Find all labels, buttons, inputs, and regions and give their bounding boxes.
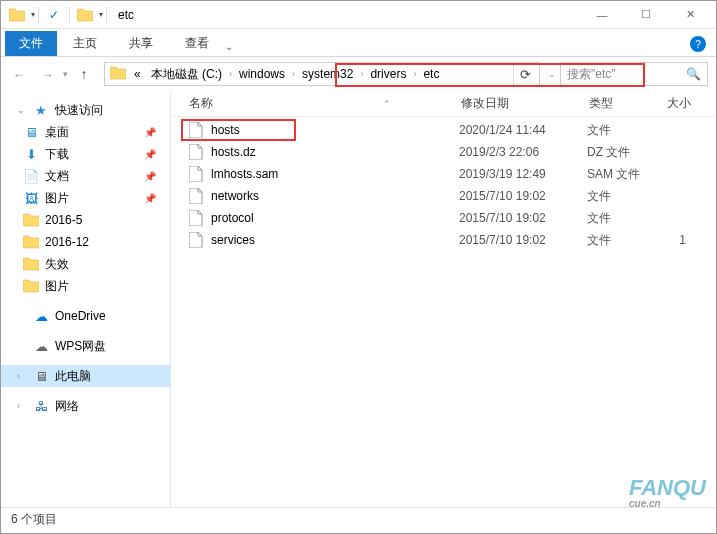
column-date[interactable]: 修改日期 (461, 95, 589, 112)
breadcrumb-drivers[interactable]: drivers (365, 63, 411, 85)
sidebar-item-desktop[interactable]: 🖥桌面📌 (1, 121, 170, 143)
sidebar-item-onedrive[interactable]: ☁OneDrive (1, 305, 170, 327)
refresh-dropdown[interactable]: ⟳ (513, 63, 537, 85)
file-name: lmhosts.sam (211, 167, 459, 181)
file-name: hosts (211, 123, 459, 137)
sidebar-item-network[interactable]: ›🖧网络 (1, 395, 170, 417)
expand-ribbon-icon[interactable]: ⌄ (225, 41, 233, 52)
navigation-pane: ⌄★快速访问 🖥桌面📌 ⬇下载📌 📄文档📌 🖼图片📌 2016-5 2016-1… (1, 91, 171, 507)
navigation-bar: ← → ▾ ↑ « 本地磁盘 (C:) › windows › system32… (1, 57, 716, 91)
close-button[interactable]: ✕ (668, 1, 712, 29)
sidebar-item-label: 图片 (45, 278, 69, 295)
sidebar-item-wps[interactable]: ☁WPS网盘 (1, 335, 170, 357)
sidebar-item-folder-invalid[interactable]: 失效 (1, 253, 170, 275)
file-type: 文件 (587, 232, 665, 249)
sidebar-item-documents[interactable]: 📄文档📌 (1, 165, 170, 187)
sidebar-item-quickaccess[interactable]: ⌄★快速访问 (1, 99, 170, 121)
file-name: networks (211, 189, 459, 203)
chevron-right-icon[interactable]: › (290, 69, 297, 79)
cloud-icon: ☁ (33, 308, 49, 324)
file-row[interactable]: networks2015/7/10 19:02文件 (171, 185, 716, 207)
sidebar-item-label: 下载 (45, 146, 69, 163)
file-row[interactable]: protocol2015/7/10 19:02文件 (171, 207, 716, 229)
back-button[interactable]: ← (7, 62, 31, 86)
history-dropdown-icon[interactable]: ▾ (63, 69, 68, 79)
sidebar-item-label: OneDrive (55, 309, 106, 323)
main-area: ⌄★快速访问 🖥桌面📌 ⬇下载📌 📄文档📌 🖼图片📌 2016-5 2016-1… (1, 91, 716, 507)
breadcrumb-system32[interactable]: system32 (297, 63, 358, 85)
forward-button[interactable]: → (35, 62, 59, 86)
file-row[interactable]: hosts.dz2019/2/3 22:06DZ 文件 (171, 141, 716, 163)
folder-icon (23, 234, 39, 250)
column-type[interactable]: 类型 (589, 95, 667, 112)
file-list: hosts2020/1/24 11:44文件 hosts.dz2019/2/3 … (171, 117, 716, 251)
tab-share[interactable]: 共享 (113, 31, 169, 56)
breadcrumb-prefix[interactable]: « (129, 63, 146, 85)
chevron-right-icon[interactable]: › (358, 69, 365, 79)
file-list-pane: 名称⌃ 修改日期 类型 大小 hosts2020/1/24 11:44文件 ho… (171, 91, 716, 507)
tab-home[interactable]: 主页 (57, 31, 113, 56)
documents-icon: 📄 (23, 168, 39, 184)
file-date: 2015/7/10 19:02 (459, 189, 587, 203)
file-date: 2015/7/10 19:02 (459, 233, 587, 247)
sidebar-item-label: 桌面 (45, 124, 69, 141)
sidebar-item-folder-2016-12[interactable]: 2016-12 (1, 231, 170, 253)
help-icon[interactable]: ? (690, 36, 706, 52)
sidebar-item-folder-2016-5[interactable]: 2016-5 (1, 209, 170, 231)
file-icon (189, 122, 205, 138)
sidebar-item-label: 文档 (45, 168, 69, 185)
download-icon: ⬇ (23, 146, 39, 162)
folder-icon (23, 256, 39, 272)
file-icon (189, 144, 205, 160)
file-row[interactable]: services2015/7/10 19:02文件1 (171, 229, 716, 251)
file-tab[interactable]: 文件 (5, 31, 57, 56)
folder-icon (23, 278, 39, 294)
breadcrumb-etc[interactable]: etc (418, 63, 444, 85)
folder-icon (75, 5, 95, 25)
ribbon: 文件 主页 共享 查看 ⌄ ? (1, 29, 716, 57)
checkmark-icon[interactable]: ✓ (44, 5, 64, 25)
pin-icon: 📌 (144, 193, 156, 204)
sidebar-item-label: 网络 (55, 398, 79, 415)
sort-asc-icon: ⌃ (383, 99, 391, 109)
breadcrumb-root[interactable]: 本地磁盘 (C:) (146, 63, 227, 85)
column-name[interactable]: 名称⌃ (171, 95, 461, 112)
file-row[interactable]: lmhosts.sam2019/3/19 12:49SAM 文件 (171, 163, 716, 185)
file-icon (189, 188, 205, 204)
sidebar-item-downloads[interactable]: ⬇下载📌 (1, 143, 170, 165)
qat2-dropdown-icon[interactable]: ▾ (99, 10, 103, 19)
file-date: 2015/7/10 19:02 (459, 211, 587, 225)
chevron-right-icon[interactable]: › (17, 371, 27, 381)
file-date: 2020/1/24 11:44 (459, 123, 587, 137)
search-input[interactable]: 搜索"etc" 🔍 (560, 62, 708, 86)
sidebar-item-thispc[interactable]: ›🖥此电脑 (1, 365, 170, 387)
column-label: 名称 (189, 95, 213, 112)
address-dropdown-icon[interactable]: ⌄ (548, 69, 556, 79)
chevron-right-icon[interactable]: › (411, 69, 418, 79)
sidebar-item-label: 2016-5 (45, 213, 82, 227)
chevron-down-icon[interactable]: ⌄ (17, 105, 27, 115)
computer-icon: 🖥 (33, 368, 49, 384)
sidebar-item-label: 图片 (45, 190, 69, 207)
up-button[interactable]: ↑ (72, 62, 96, 86)
divider (38, 7, 39, 23)
file-type: SAM 文件 (587, 166, 665, 183)
qat-dropdown-icon[interactable]: ▾ (31, 10, 35, 19)
chevron-right-icon[interactable]: › (17, 401, 27, 411)
minimize-button[interactable]: — (580, 1, 624, 29)
folder-icon (23, 212, 39, 228)
file-name: protocol (211, 211, 459, 225)
breadcrumb-windows[interactable]: windows (234, 63, 290, 85)
pictures-icon: 🖼 (23, 190, 39, 206)
sidebar-item-folder-pictures[interactable]: 图片 (1, 275, 170, 297)
item-count: 6 个项目 (11, 511, 57, 528)
address-bar[interactable]: « 本地磁盘 (C:) › windows › system32 › drive… (104, 62, 540, 86)
tab-view[interactable]: 查看 (169, 31, 225, 56)
maximize-button[interactable]: ☐ (624, 1, 668, 29)
chevron-right-icon[interactable]: › (227, 69, 234, 79)
sidebar-item-label: WPS网盘 (55, 338, 106, 355)
file-row[interactable]: hosts2020/1/24 11:44文件 (171, 119, 716, 141)
file-type: 文件 (587, 210, 665, 227)
column-size[interactable]: 大小 (667, 95, 716, 112)
sidebar-item-pictures[interactable]: 🖼图片📌 (1, 187, 170, 209)
